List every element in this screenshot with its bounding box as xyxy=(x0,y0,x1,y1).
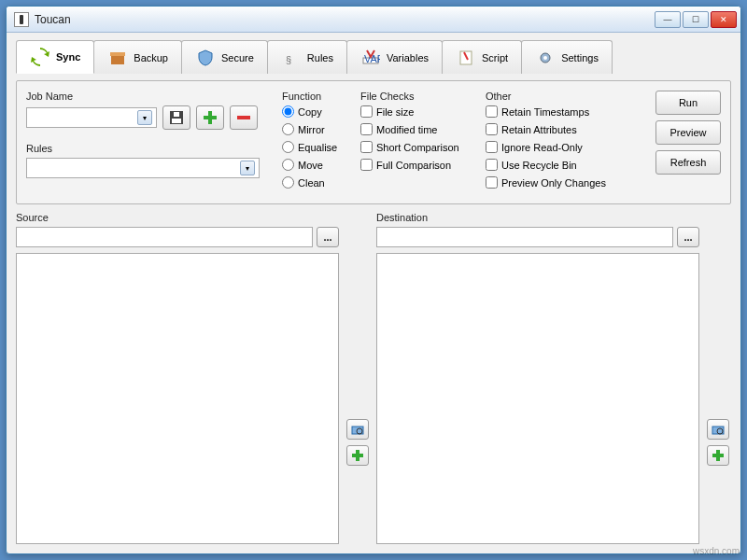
other-label: Other xyxy=(486,91,635,102)
gear-icon xyxy=(535,48,556,68)
tab-label: Backup xyxy=(134,52,168,63)
folder-search-icon xyxy=(712,423,725,436)
lower-panes: Source ... Destination ... xyxy=(16,210,731,544)
box-icon xyxy=(107,48,128,68)
chevron-down-icon: ▾ xyxy=(137,110,152,125)
source-label: Source xyxy=(16,212,339,223)
rules-dropdown[interactable]: ▾ xyxy=(26,158,260,178)
tab-label: Variables xyxy=(387,52,429,63)
check-use-recycle-bin[interactable]: Use Recycle Bin xyxy=(486,159,635,171)
rules-label: Rules xyxy=(26,143,269,154)
destination-browse-button[interactable]: ... xyxy=(677,227,699,247)
function-label: Function xyxy=(282,91,347,102)
close-button[interactable]: ✕ xyxy=(711,11,737,28)
options-panel: Job Name ▾ Rules ▾ Function xyxy=(16,80,731,204)
app-icon xyxy=(14,12,29,27)
file-checks-group: File Checks File size Modified time Shor… xyxy=(360,91,472,194)
check-retain-attributes[interactable]: Retain Attributes xyxy=(486,123,635,135)
action-buttons: Run Preview Refresh xyxy=(648,91,721,194)
check-ignore-read-only[interactable]: Ignore Read-Only xyxy=(486,141,635,153)
check-short-comparison[interactable]: Short Comparison xyxy=(360,141,472,153)
svg-rect-10 xyxy=(174,112,179,117)
svg-rect-1 xyxy=(110,52,125,56)
source-browse-button[interactable]: ... xyxy=(317,227,339,247)
svg-rect-17 xyxy=(352,454,363,457)
job-name-label: Job Name xyxy=(26,91,269,102)
other-group: Other Retain Timestamps Retain Attribute… xyxy=(486,91,635,194)
radio-clean[interactable]: Clean xyxy=(282,176,347,189)
variables-icon: VAR xyxy=(360,48,381,68)
source-pane: Source ... xyxy=(16,210,339,544)
destination-pane: Destination ... xyxy=(376,210,699,544)
chevron-down-icon: ▾ xyxy=(240,161,255,175)
svg-rect-12 xyxy=(204,116,217,119)
folder-search-icon xyxy=(351,423,364,436)
source-expand-button[interactable] xyxy=(346,419,369,440)
tab-script[interactable]: Script xyxy=(442,40,522,74)
check-modified-time[interactable]: Modified time xyxy=(360,123,472,135)
maximize-button[interactable]: ☐ xyxy=(683,11,709,28)
tab-label: Script xyxy=(482,52,508,63)
check-retain-timestamps[interactable]: Retain Timestamps xyxy=(486,105,635,118)
app-window: Toucan — ☐ ✕ Sync Backup Secure § Rules xyxy=(6,6,741,554)
source-path-input[interactable] xyxy=(16,227,313,247)
check-file-size[interactable]: File size xyxy=(360,105,472,118)
tab-label: Rules xyxy=(307,52,333,63)
tab-rules[interactable]: § Rules xyxy=(267,40,347,74)
minimize-button[interactable]: — xyxy=(655,11,681,28)
tab-secure[interactable]: Secure xyxy=(181,40,268,74)
check-full-comparison[interactable]: Full Comparison xyxy=(360,159,472,171)
tab-label: Settings xyxy=(561,52,599,63)
add-job-button[interactable] xyxy=(196,105,224,130)
svg-rect-21 xyxy=(712,454,724,457)
tab-label: Secure xyxy=(221,52,254,63)
destination-expand-button[interactable] xyxy=(707,419,729,440)
radio-equalise[interactable]: Equalise xyxy=(282,141,347,153)
radio-mirror[interactable]: Mirror xyxy=(282,123,347,135)
watermark: wsxdn.com xyxy=(693,546,740,556)
preview-button[interactable]: Preview xyxy=(655,120,721,145)
svg-rect-0 xyxy=(111,55,124,64)
destination-path-input[interactable] xyxy=(376,227,673,247)
destination-side-buttons xyxy=(705,210,731,544)
radio-copy[interactable]: Copy xyxy=(282,105,347,118)
shield-icon xyxy=(195,48,216,68)
source-side-buttons xyxy=(345,210,371,544)
job-name-dropdown[interactable]: ▾ xyxy=(26,107,157,128)
check-preview-only-changes[interactable]: Preview Only Changes xyxy=(486,176,635,189)
refresh-button[interactable]: Refresh xyxy=(655,150,721,175)
plus-icon xyxy=(712,449,725,462)
source-add-button[interactable] xyxy=(346,445,369,466)
tab-variables[interactable]: VAR Variables xyxy=(346,40,443,74)
destination-label: Destination xyxy=(376,212,699,223)
tab-sync[interactable]: Sync xyxy=(16,40,94,74)
run-button[interactable]: Run xyxy=(655,91,721,115)
destination-add-button[interactable] xyxy=(707,445,729,466)
tab-bar: Sync Backup Secure § Rules VAR Variables… xyxy=(16,40,731,74)
svg-rect-13 xyxy=(237,116,250,119)
plus-icon xyxy=(203,110,218,125)
file-checks-label: File Checks xyxy=(360,91,472,102)
content-area: Sync Backup Secure § Rules VAR Variables… xyxy=(7,33,740,553)
svg-rect-9 xyxy=(172,119,181,123)
paragraph-icon: § xyxy=(281,48,302,68)
function-group: Function Copy Mirror Equalise Move Clean xyxy=(282,91,347,194)
radio-move[interactable]: Move xyxy=(282,159,347,171)
source-listbox[interactable] xyxy=(16,253,339,544)
save-job-button[interactable] xyxy=(162,105,190,130)
job-column: Job Name ▾ Rules ▾ xyxy=(26,91,269,194)
window-title: Toucan xyxy=(35,13,653,26)
sync-icon xyxy=(30,47,50,67)
destination-listbox[interactable] xyxy=(376,253,699,544)
titlebar: Toucan — ☐ ✕ xyxy=(7,7,740,33)
tab-settings[interactable]: Settings xyxy=(521,40,613,74)
tab-backup[interactable]: Backup xyxy=(93,40,182,74)
tab-label: Sync xyxy=(56,51,80,63)
minus-icon xyxy=(236,110,251,125)
svg-point-7 xyxy=(543,56,547,60)
svg-text:§: § xyxy=(286,54,291,65)
plus-icon xyxy=(351,449,364,462)
save-icon xyxy=(169,110,184,125)
remove-job-button[interactable] xyxy=(230,105,258,130)
script-icon xyxy=(456,48,476,68)
